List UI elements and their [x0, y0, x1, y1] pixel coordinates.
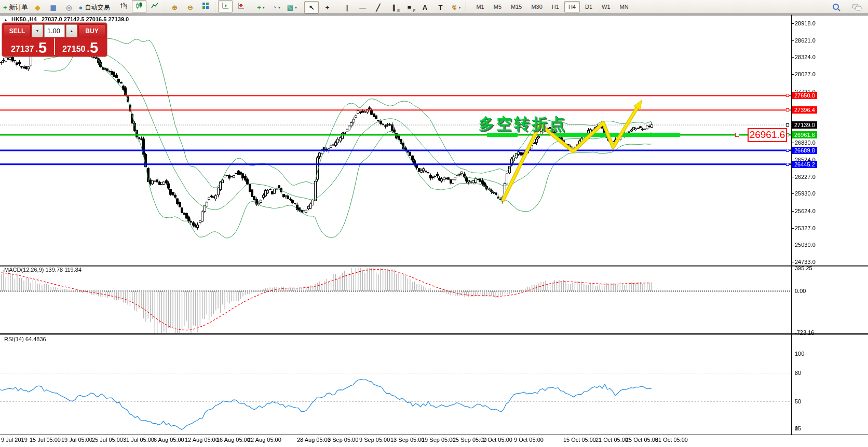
sell-price[interactable]: 27137.5 — [4, 38, 54, 55]
periods-icon: ◔ — [273, 4, 277, 11]
signals-icon: ◎ — [66, 4, 72, 11]
chart-annotation-text[interactable]: 多空转折点 — [479, 114, 567, 135]
dropdown-caret-icon[interactable]: ▾ — [278, 5, 280, 10]
line-chart-button[interactable] — [147, 0, 162, 12]
volume-input[interactable] — [44, 24, 65, 37]
buy-price-main: 27150 — [62, 45, 86, 53]
sell-price-pips: 5 — [38, 41, 47, 54]
candle-chart-icon — [135, 2, 143, 11]
search-button[interactable] — [829, 2, 844, 14]
equidistant-channel-button[interactable]: ∥E — [386, 1, 401, 13]
buy-price-pips: 5 — [90, 41, 98, 54]
chart-shift-button[interactable] — [234, 0, 248, 12]
collapse-icon[interactable]: ▲ — [4, 18, 8, 22]
buy-button[interactable]: BUY — [78, 24, 105, 37]
arrows-objects-icon: ↯ — [451, 4, 457, 11]
search-icon — [832, 3, 841, 13]
periods-button[interactable]: ◔▾ — [269, 1, 283, 13]
horizontal-line-button[interactable]: — — [355, 1, 370, 13]
quotes-icon: ◆ — [35, 4, 40, 11]
timeframe-m30[interactable]: M30 — [527, 1, 546, 12]
chat-button[interactable] — [850, 2, 864, 14]
cursor-button[interactable]: ↖ — [304, 1, 319, 13]
text-label-button[interactable]: T — [433, 1, 447, 13]
fibonacci-icon: ≡ — [408, 4, 412, 11]
text-icon: A — [423, 4, 427, 11]
autotrading-label: 自动交易 — [85, 3, 110, 12]
dropdown-caret-icon[interactable]: ▾ — [458, 5, 460, 10]
mt4-window: +新订单◆▦◎●自动交易⊕⊖+▾◔▾▧▾↖+|—╱∥E≡FAT↯▾ M1M5M1… — [0, 0, 868, 447]
new-order-button[interactable]: +新订单 — [2, 1, 30, 13]
candle-chart-button[interactable] — [132, 0, 146, 12]
quotes-button[interactable]: ◆ — [31, 1, 45, 13]
text-label-icon: T — [438, 4, 442, 11]
bar-chart-icon — [119, 2, 128, 11]
price-flag-anchor-icon — [735, 133, 739, 137]
chart-title: ▲ HK50-,H4 27037.0 27142.5 27016.5 27139… — [4, 16, 129, 22]
signals-button[interactable]: ◎ — [62, 1, 76, 13]
indicators-list-icon: + — [257, 4, 261, 11]
volume-up-button[interactable]: ▲ — [66, 24, 77, 37]
timeframe-mn[interactable]: MN — [616, 1, 633, 12]
zoom-in-button[interactable]: ⊕ — [167, 1, 182, 13]
tile-windows-button[interactable] — [198, 0, 213, 12]
sell-price-dot: . — [35, 45, 37, 53]
equidistant-channel-icon: ∥ — [392, 4, 396, 11]
macd-indicator-label: MACD(12,26,9) 139.78 119.84 — [4, 267, 82, 273]
chart-ohlc-values: 27037.0 27142.5 27016.5 27139.0 — [42, 16, 129, 22]
text-button[interactable]: A — [417, 1, 432, 13]
vertical-line-button[interactable]: | — [340, 1, 354, 13]
buy-price[interactable]: 27150.5 — [55, 38, 105, 55]
one-click-trading-panel: SELL ▼ ▲ BUY 27137.5 27150.5 — [2, 23, 107, 57]
rsi-indicator-label: RSI(14) 64.4836 — [4, 336, 46, 342]
trend-line-button[interactable]: ╱ — [371, 1, 385, 13]
toolbar-separator — [337, 3, 337, 11]
toolbar-separator — [302, 3, 302, 11]
trend-line-icon: ╱ — [376, 4, 381, 11]
buy-price-dot: . — [87, 45, 89, 53]
zoom-out-icon: ⊖ — [187, 4, 193, 11]
arrows-objects-button[interactable]: ↯▾ — [449, 1, 463, 13]
tile-windows-icon — [201, 2, 210, 11]
volume-down-button[interactable]: ▼ — [32, 24, 43, 37]
crosshair-button[interactable]: + — [320, 1, 334, 13]
dropdown-caret-icon[interactable]: ▾ — [263, 5, 265, 10]
sell-button[interactable]: SELL — [4, 24, 31, 37]
autotrading-button[interactable]: ●自动交易 — [77, 1, 112, 13]
auto-scroll-button[interactable] — [218, 0, 233, 12]
chart-shift-icon — [237, 2, 245, 11]
price-flag-label[interactable]: 26961.6 — [748, 128, 787, 142]
timeframe-h1[interactable]: H1 — [548, 1, 563, 12]
timeframe-m15[interactable]: M15 — [507, 1, 526, 12]
timeframe-w1[interactable]: W1 — [598, 1, 615, 12]
indicators-list-button[interactable]: +▾ — [253, 1, 268, 13]
zoom-out-button[interactable]: ⊖ — [183, 1, 197, 13]
fibonacci-sub-letter: F — [413, 8, 416, 13]
toolbar-separator — [466, 2, 470, 12]
timeframe-m5[interactable]: M5 — [490, 1, 506, 12]
chart-symbol-period: HK50-,H4 — [11, 16, 37, 22]
templates-button[interactable]: ▧▾ — [284, 1, 299, 13]
toolbar-separator — [114, 3, 114, 11]
cursor-icon: ↖ — [309, 4, 315, 11]
equidistant-channel-sub-letter: E — [397, 8, 400, 13]
timeframe-h4[interactable]: H4 — [564, 1, 580, 12]
chat-icon — [852, 3, 862, 13]
data-window-icon: ▦ — [50, 4, 56, 11]
timeframe-m1[interactable]: M1 — [472, 1, 488, 12]
vertical-line-icon: | — [346, 4, 348, 11]
bar-chart-button[interactable] — [116, 0, 131, 12]
dropdown-caret-icon[interactable]: ▾ — [295, 5, 297, 10]
line-chart-icon — [151, 2, 159, 11]
data-window-button[interactable]: ▦ — [46, 1, 61, 13]
horizontal-line-icon: — — [359, 4, 366, 11]
auto-scroll-icon — [221, 2, 229, 11]
fibonacci-button[interactable]: ≡F — [402, 1, 416, 13]
crosshair-icon: + — [326, 4, 330, 11]
chart-canvas[interactable] — [0, 15, 868, 447]
toolbar-separator — [165, 3, 165, 11]
toolbar-separator — [215, 3, 216, 11]
sell-price-main: 27137 — [11, 45, 34, 53]
zoom-in-icon: ⊕ — [172, 4, 178, 11]
timeframe-d1[interactable]: D1 — [581, 1, 596, 12]
